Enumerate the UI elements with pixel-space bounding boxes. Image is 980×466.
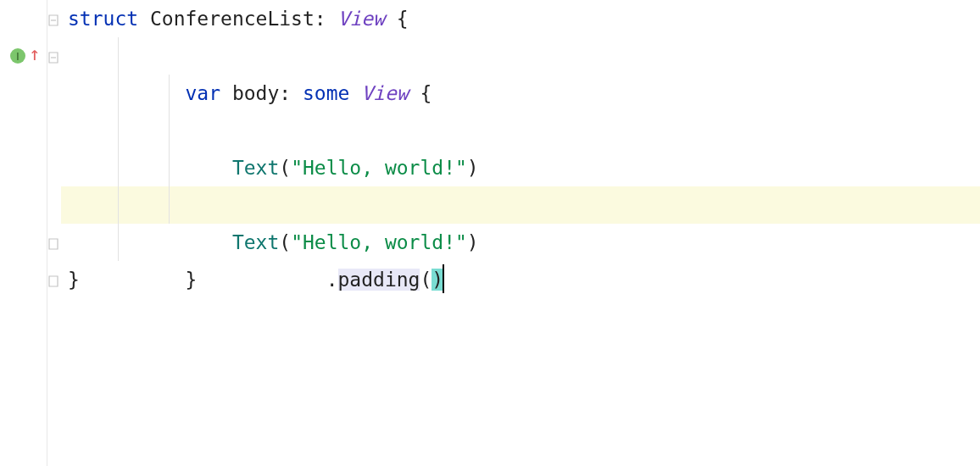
code-line[interactable]: var body: some View { [61,37,980,75]
type-name: ConferenceList [150,8,315,30]
protocol-name: View [338,8,385,30]
fold-end-icon[interactable] [47,275,59,287]
gutter[interactable]: I ↑ [0,0,47,466]
vcs-arrow-icon: ↑ [29,45,40,64]
code-line[interactable]: Text("Hello, world!") [61,149,980,186]
brace: { [397,8,409,30]
code-line-current[interactable]: .padding() [61,186,980,224]
keyword: struct [68,8,138,30]
fold-toggle-icon[interactable] [47,14,59,26]
code-line[interactable]: Text("Hello, world!") [61,75,980,112]
code-editor[interactable]: I ↑ struct ConferenceList: View { var bo… [0,0,980,466]
brace: } [68,269,80,291]
code-line[interactable]: } [61,261,980,298]
fold-toggle-icon[interactable] [47,52,59,64]
code-line[interactable]: struct ConferenceList: View { [61,0,980,37]
vcs-badge-label: I [16,50,19,63]
fold-strip[interactable] [47,0,61,466]
code-line[interactable]: } [61,224,980,261]
vcs-changed-icon[interactable]: I [10,48,25,64]
fold-end-icon[interactable] [47,238,59,250]
code-line[interactable]: .padding() [61,112,980,149]
code-area[interactable]: struct ConferenceList: View { var body: … [61,0,980,466]
